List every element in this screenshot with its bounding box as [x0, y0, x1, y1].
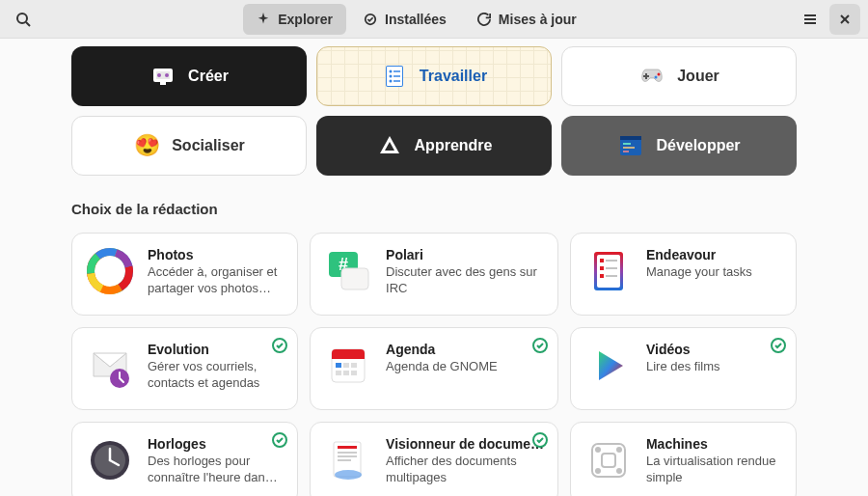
app-description: La virtualisation rendue simple [646, 454, 782, 486]
search-button[interactable] [8, 4, 39, 35]
installed-check-icon [771, 338, 786, 353]
app-icon [86, 436, 134, 484]
app-info: Endeavour Manage your tasks [646, 247, 782, 301]
svg-rect-55 [351, 363, 357, 368]
apprendre-icon [376, 132, 403, 159]
app-card[interactable]: Photos Accéder à, organiser et partager … [71, 233, 298, 316]
svg-rect-70 [338, 459, 351, 461]
svg-point-74 [595, 447, 601, 453]
app-card[interactable]: Evolution Gérer vos courriels, contacts … [71, 327, 298, 410]
app-grid: Photos Accéder à, organiser et partager … [71, 233, 797, 496]
svg-point-21 [658, 73, 661, 76]
app-info: Horloges Des horloges pour connaître l'h… [148, 436, 284, 490]
svg-rect-53 [336, 363, 341, 368]
tab-mises-a-jour[interactable]: Mises à jour [464, 4, 590, 35]
app-name: Endeavour [646, 247, 782, 262]
app-name: Machines [646, 436, 782, 452]
svg-rect-26 [620, 136, 641, 140]
tab-explorer-label: Explorer [278, 12, 333, 27]
svg-point-19 [389, 80, 392, 83]
travailler-icon [381, 63, 408, 90]
svg-rect-57 [343, 371, 349, 375]
app-info: Polari Discuter avec des gens sur IRC [386, 247, 544, 301]
hamburger-icon [802, 12, 818, 27]
svg-point-77 [616, 468, 622, 474]
category-developper-label: Développer [656, 137, 740, 154]
category-socialiser[interactable]: 😍 Socialiser [71, 116, 307, 176]
app-icon [86, 247, 134, 295]
tab-installees-label: Installées [385, 12, 447, 27]
check-badge-icon [364, 13, 377, 26]
socialiser-icon: 😍 [133, 132, 160, 159]
app-icon [584, 436, 633, 484]
app-description: Discuter avec des gens sur IRC [386, 264, 544, 297]
installed-check-icon [272, 432, 287, 448]
creer-icon [149, 63, 176, 90]
category-creer-label: Créer [188, 68, 229, 85]
category-creer[interactable]: Créer [71, 46, 307, 106]
svg-rect-24 [643, 75, 649, 77]
app-card[interactable]: Endeavour Manage your tasks [570, 233, 797, 316]
menu-button[interactable] [795, 4, 826, 35]
svg-rect-58 [351, 371, 357, 375]
refresh-icon [477, 13, 491, 26]
installed-check-icon [532, 432, 548, 448]
svg-rect-69 [338, 455, 357, 457]
tab-explorer[interactable]: Explorer [243, 4, 346, 35]
app-description: Afficher des documents multipages [386, 454, 544, 486]
main-content: Créer Travailler Jouer 😍 Socialiser Appr… [0, 39, 868, 496]
search-icon [15, 12, 31, 27]
app-info: Evolution Gérer vos courriels, contacts … [148, 342, 284, 396]
app-icon [324, 436, 372, 484]
svg-point-22 [655, 76, 658, 79]
svg-rect-68 [338, 452, 357, 454]
close-icon [839, 14, 851, 25]
category-apprendre[interactable]: Apprendre [316, 116, 552, 176]
app-icon [584, 342, 633, 390]
app-description: Lire des films [646, 359, 782, 375]
app-info: Visionneur de docume… Afficher des docum… [386, 436, 544, 490]
header-bar: Explorer Installées Mises à jour [0, 0, 868, 39]
app-card[interactable]: Machines La virtualisation rendue simple [570, 422, 797, 496]
svg-rect-54 [343, 363, 349, 368]
app-name: Polari [386, 247, 544, 262]
app-info: Vidéos Lire des films [646, 342, 782, 396]
svg-point-76 [595, 468, 601, 474]
app-info: Photos Accéder à, organiser et partager … [148, 247, 284, 301]
tab-mises-a-jour-label: Mises à jour [499, 12, 577, 27]
category-grid: Créer Travailler Jouer 😍 Socialiser Appr… [71, 46, 797, 176]
svg-rect-39 [341, 268, 368, 289]
svg-line-1 [26, 22, 30, 26]
app-card[interactable]: Vidéos Lire des films [570, 327, 797, 410]
tab-installees[interactable]: Installées [350, 4, 460, 35]
svg-rect-56 [336, 371, 341, 375]
svg-rect-67 [338, 446, 357, 449]
svg-rect-52 [332, 355, 365, 359]
app-card[interactable]: Horloges Des horloges pour connaître l'h… [71, 422, 298, 496]
svg-rect-78 [602, 454, 615, 467]
app-name: Photos [148, 247, 284, 262]
svg-rect-42 [600, 259, 604, 262]
close-button[interactable] [829, 4, 860, 35]
app-description: Accéder à, organiser et partager vos pho… [148, 264, 284, 297]
svg-point-15 [389, 70, 392, 73]
category-jouer-label: Jouer [677, 68, 719, 85]
svg-point-75 [616, 447, 622, 453]
section-title-editors-choice: Choix de la rédaction [71, 201, 797, 217]
app-name: Evolution [148, 342, 284, 357]
svg-point-0 [17, 14, 27, 23]
app-icon [584, 247, 633, 295]
category-jouer[interactable]: Jouer [561, 46, 797, 106]
svg-rect-44 [600, 266, 604, 270]
developper-icon [617, 132, 644, 159]
app-info: Machines La virtualisation rendue simple [646, 436, 782, 490]
category-socialiser-label: Socialiser [172, 137, 245, 154]
app-card[interactable]: # Polari Discuter avec des gens sur IRC [310, 233, 558, 316]
svg-point-11 [165, 73, 169, 77]
svg-point-17 [389, 75, 392, 78]
category-developper[interactable]: Développer [561, 116, 797, 176]
app-card[interactable]: Visionneur de docume… Afficher des docum… [310, 422, 558, 496]
app-card[interactable]: Agenda Agenda de GNOME [310, 327, 558, 410]
app-description: Des horloges pour connaître l'heure dans… [148, 454, 284, 486]
category-travailler[interactable]: Travailler [316, 46, 552, 106]
